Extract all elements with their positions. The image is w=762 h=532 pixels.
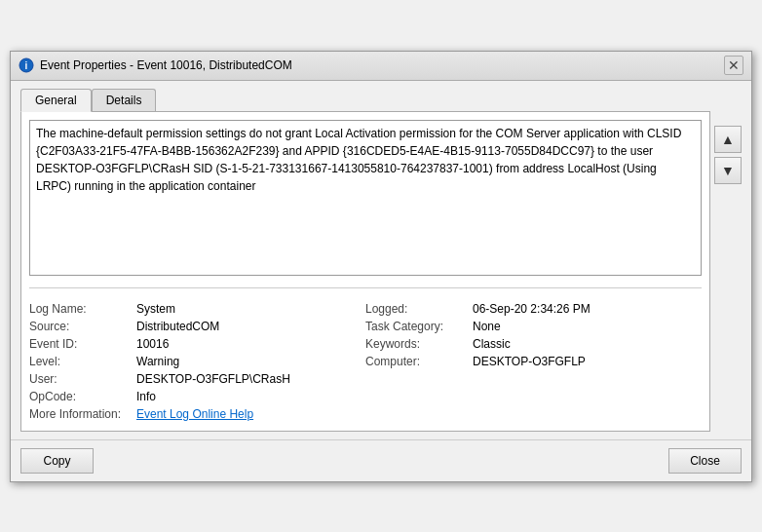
detail-row: More Information:Event Log Online Help [29,405,365,423]
close-dialog-button[interactable]: Close [668,448,742,474]
details-right-column: Logged:06-Sep-20 2:34:26 PMTask Category… [365,300,702,423]
tab-bar: General Details [20,89,710,111]
event-description-text[interactable]: The machine-default permission settings … [29,120,702,276]
title-bar: i Event Properties - Event 10016, Distri… [11,52,751,81]
detail-label: Log Name: [29,302,136,316]
detail-row: User:DESKTOP-O3FGFLP\CRasH [29,370,365,388]
navigation-buttons: ▲ ▼ [714,126,742,432]
detail-row: OpCode:Info [29,388,365,405]
event-details-grid: Log Name:SystemSource:DistributedCOMEven… [29,300,702,423]
arrow-down-button[interactable]: ▼ [714,157,742,184]
detail-label: Logged: [365,302,473,316]
detail-row: Level:Warning [29,353,365,370]
detail-label: User: [29,372,136,386]
main-area: General Details The machine-default perm… [20,89,710,432]
detail-value: System [136,302,175,316]
detail-row: Task Category:None [365,318,702,335]
detail-value: DistributedCOM [136,320,219,333]
detail-label: Keywords: [365,337,473,351]
copy-button[interactable]: Copy [20,448,94,474]
detail-label: Event ID: [29,337,136,351]
detail-value: 10016 [136,337,169,351]
detail-row: Event ID:10016 [29,335,365,353]
detail-value: None [473,320,501,333]
event-properties-dialog: i Event Properties - Event 10016, Distri… [10,51,752,482]
content-area: General Details The machine-default perm… [11,81,751,439]
detail-label: Task Category: [365,320,473,333]
bottom-bar: Copy Close [11,439,751,481]
tab-content-general: The machine-default permission settings … [20,111,710,432]
detail-value: Classic [473,337,511,351]
window-title: Event Properties - Event 10016, Distribu… [40,58,292,72]
detail-label: OpCode: [29,390,136,403]
detail-value: DESKTOP-O3FGFLP [473,355,586,368]
detail-label: Source: [29,320,136,333]
detail-label: More Information: [29,407,136,421]
event-log-link[interactable]: Event Log Online Help [136,407,253,421]
arrow-up-button[interactable]: ▲ [714,126,742,153]
title-bar-left: i Event Properties - Event 10016, Distri… [19,57,292,73]
divider [29,287,702,288]
detail-row: Logged:06-Sep-20 2:34:26 PM [365,300,702,318]
detail-value: Warning [136,355,179,368]
tab-general[interactable]: General [20,89,92,112]
details-left-column: Log Name:SystemSource:DistributedCOMEven… [29,300,365,423]
detail-value: DESKTOP-O3FGFLP\CRasH [136,372,290,386]
event-icon: i [19,57,34,73]
tab-details[interactable]: Details [92,89,157,111]
detail-value: 06-Sep-20 2:34:26 PM [473,302,591,316]
close-button[interactable]: ✕ [724,56,743,75]
detail-row: Log Name:System [29,300,365,318]
detail-row: Keywords:Classic [365,335,702,353]
detail-row: Source:DistributedCOM [29,318,365,335]
detail-label: Computer: [365,355,473,368]
detail-label: Level: [29,355,136,368]
detail-value: Info [136,390,156,403]
svg-text:i: i [25,60,28,71]
detail-row: Computer:DESKTOP-O3FGFLP [365,353,702,370]
